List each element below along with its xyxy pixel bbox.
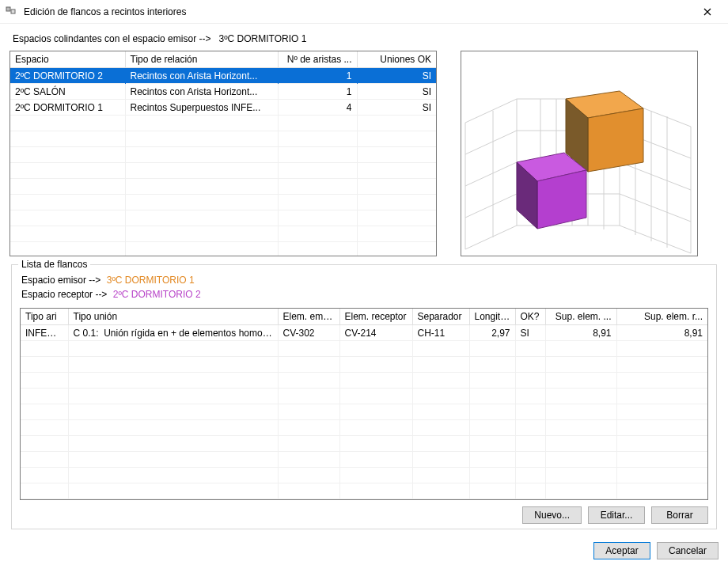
- table-row[interactable]: 2ºC DORMITORIO 2Recintos con Arista Hori…: [10, 68, 436, 84]
- table-row[interactable]: [21, 420, 707, 436]
- table-row[interactable]: [10, 226, 436, 242]
- svg-rect-0: [6, 7, 10, 11]
- table-row[interactable]: [21, 341, 707, 357]
- nuevo-button[interactable]: Nuevo...: [522, 506, 582, 524]
- col-ok[interactable]: Uniones OK: [357, 51, 436, 68]
- emitter-value: 3ºC DORMITORIO 1: [107, 275, 195, 286]
- fcol-longitud[interactable]: Longitud: [469, 309, 515, 325]
- fcol-sup-r[interactable]: Sup. elem. r...: [616, 309, 707, 325]
- close-button[interactable]: [692, 0, 723, 24]
- receptor-cube: [517, 153, 586, 229]
- table-row[interactable]: [21, 483, 707, 499]
- app-icon: [5, 6, 17, 18]
- receptor-value: 2ºC DORMITORIO 2: [113, 289, 201, 300]
- header-space: 3ºC DORMITORIO 1: [218, 33, 306, 44]
- 3d-viewer[interactable]: [461, 51, 698, 256]
- fcol-tipo-ari[interactable]: Tipo ari: [21, 309, 68, 325]
- flancos-table[interactable]: Tipo ari Tipo unión Elem. emisor Elem. r…: [20, 308, 708, 500]
- table-row[interactable]: [10, 242, 436, 257]
- editar-button[interactable]: Editar...: [588, 506, 645, 524]
- col-tipo[interactable]: Tipo de relación: [125, 51, 278, 68]
- flancos-group-label: Lista de flancos: [18, 259, 90, 270]
- flancos-group: Lista de flancos Espacio emisor --> 3ºC …: [11, 264, 717, 529]
- emitter-label: Espacio emisor -->: [21, 275, 100, 286]
- svg-marker-3: [588, 108, 643, 172]
- table-row[interactable]: 2ºC DORMITORIO 1Recintos Superpuestos IN…: [10, 100, 436, 116]
- table-row[interactable]: [21, 404, 707, 420]
- table-row[interactable]: [21, 468, 707, 483]
- table-row[interactable]: [10, 116, 436, 131]
- table-row[interactable]: [10, 179, 436, 195]
- cancelar-button[interactable]: Cancelar: [657, 542, 719, 559]
- table-row[interactable]: [21, 389, 707, 404]
- aceptar-button[interactable]: Aceptar: [593, 542, 650, 559]
- fcol-emisor[interactable]: Elem. emisor: [278, 309, 339, 325]
- table-row[interactable]: [21, 452, 707, 468]
- table-row[interactable]: [21, 436, 707, 452]
- svg-rect-1: [11, 9, 15, 13]
- fcol-sup-e[interactable]: Sup. elem. ...: [545, 309, 616, 325]
- titlebar: Edición de flancos a recintos interiores: [0, 0, 728, 24]
- emitter-line: Espacio emisor --> 3ºC DORMITORIO 1: [21, 275, 707, 286]
- emitter-cube: [566, 91, 643, 172]
- fcol-ok[interactable]: OK?: [515, 309, 545, 325]
- table-row[interactable]: INFERIORC 0.1: Unión rígida en + de elem…: [21, 325, 707, 341]
- table-row[interactable]: [10, 147, 436, 163]
- fcol-separador[interactable]: Separador: [412, 309, 469, 325]
- table-row[interactable]: 2ºC SALÓNRecintos con Arista Horizont...…: [10, 84, 436, 100]
- table-row[interactable]: [10, 131, 436, 147]
- borrar-button[interactable]: Borrar: [651, 506, 708, 524]
- col-espacio[interactable]: Espacio: [10, 51, 125, 68]
- receptor-line: Espacio receptor --> 2ºC DORMITORIO 2: [21, 289, 707, 300]
- receptor-label: Espacio receptor -->: [21, 289, 107, 300]
- col-aristas[interactable]: Nº de aristas ...: [278, 51, 357, 68]
- table-row[interactable]: [10, 163, 436, 179]
- adjacent-spaces-table[interactable]: Espacio Tipo de relación Nº de aristas .…: [9, 51, 437, 256]
- table-row[interactable]: [10, 195, 436, 210]
- window-title: Edición de flancos a recintos interiores: [24, 6, 692, 17]
- table-row[interactable]: [21, 357, 707, 373]
- fcol-tipo-union[interactable]: Tipo unión: [68, 309, 278, 325]
- fcol-receptor[interactable]: Elem. receptor: [339, 309, 412, 325]
- header-line: Espacios colindantes con el espacio emis…: [13, 33, 719, 44]
- header-prefix: Espacios colindantes con el espacio emis…: [13, 33, 210, 44]
- table-row[interactable]: [10, 210, 436, 226]
- table-row[interactable]: [21, 373, 707, 389]
